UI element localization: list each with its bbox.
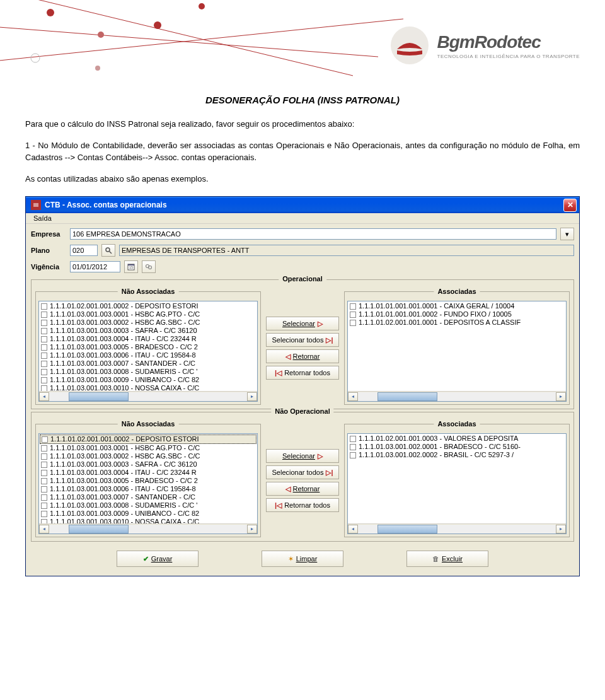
nop-assoc-listbox[interactable]: 1.1.1.01.02.001.001.0003 - VALORES A DEP…	[347, 433, 567, 534]
list-item[interactable]: 1.1.1.01.02.001.001.0002 - DEPOSITO ESTO…	[40, 435, 256, 444]
list-item-text: 1.1.1.01.03.001.003.0002 - HSBC AG.SBC -…	[50, 318, 200, 327]
nop-transfer-buttons: Selecionar ▷ Selecionar todos ▷| ◁ Retor…	[265, 424, 340, 537]
vigencia-calendar-button[interactable]: 15	[124, 260, 138, 273]
op-assoc-listbox[interactable]: 1.1.1.01.01.001.001.0001 - CAIXA GERAL /…	[347, 301, 567, 402]
plano-code-input[interactable]	[70, 245, 98, 256]
list-item[interactable]: 1.1.1.01.03.001.003.0001 - HSBC AG.PTO -…	[40, 444, 256, 452]
nop-nao-associadas-panel: Não Associadas 1.1.1.01.02.001.001.0002 …	[35, 424, 261, 537]
hscrollbar[interactable]: ◂▸	[348, 391, 566, 401]
excluir-button[interactable]: 🗑Excluir	[406, 551, 488, 567]
list-item-text: 1.1.1.01.03.001.003.0009 - UNIBANCO - C/…	[50, 376, 199, 384]
plano-search-button[interactable]	[101, 244, 115, 257]
checkbox-icon[interactable]	[41, 519, 47, 524]
checkbox-icon[interactable]	[41, 445, 47, 452]
limpar-button[interactable]: ✶Limpar	[262, 551, 343, 567]
op-retornar-button[interactable]: ◁ Retornar	[266, 349, 339, 363]
list-item[interactable]: 1.1.1.01.03.001.002.0001 - BRADESCO - C/…	[349, 443, 565, 451]
list-item[interactable]: 1.1.1.01.03.001.003.0008 - SUDAMERIS - C…	[40, 368, 256, 376]
checkbox-icon[interactable]	[350, 320, 356, 326]
nop-retornar-button[interactable]: ◁ Retornar	[266, 482, 339, 496]
list-item-text: 1.1.1.01.03.001.003.0006 - ITAU - C/C 19…	[50, 351, 196, 359]
checkbox-icon[interactable]	[41, 312, 47, 318]
list-item[interactable]: 1.1.1.01.03.001.003.0006 - ITAU - C/C 19…	[40, 485, 256, 493]
checkbox-icon[interactable]	[41, 377, 47, 383]
check-icon: ✔	[143, 555, 149, 563]
op-nao-associadas-panel: Não Associadas 1.1.1.01.02.001.001.0002 …	[35, 291, 261, 405]
checkbox-icon[interactable]	[41, 336, 47, 342]
hscrollbar[interactable]: ◂▸	[39, 523, 257, 534]
nop-nao-listbox[interactable]: 1.1.1.01.02.001.001.0002 - DEPOSITO ESTO…	[38, 433, 258, 534]
checkbox-icon[interactable]	[350, 303, 356, 310]
checkbox-icon[interactable]	[41, 486, 47, 493]
checkbox-icon[interactable]	[350, 452, 356, 458]
op-selecionar-todos-button[interactable]: Selecionar todos ▷|	[266, 333, 339, 347]
checkbox-icon[interactable]	[41, 361, 47, 367]
list-item[interactable]: 1.1.1.01.03.001.003.0008 - SUDAMERIS - C…	[40, 501, 256, 510]
checkbox-icon[interactable]	[41, 478, 47, 484]
list-item[interactable]: 1.1.1.01.03.001.003.0007 - SANTANDER - C…	[40, 493, 256, 501]
list-item[interactable]: 1.1.1.01.01.001.001.0001 - CAIXA GERAL /…	[349, 302, 565, 310]
list-item[interactable]: 1.1.1.01.03.001.003.0010 - NOSSA CAIXA -…	[40, 518, 256, 523]
gravar-button[interactable]: ✔Gravar	[117, 551, 199, 567]
empresa-dropdown-button[interactable]: ▾	[560, 228, 574, 240]
close-button[interactable]: ✕	[563, 199, 577, 212]
list-item[interactable]: 1.1.1.01.03.001.003.0007 - SANTANDER - C…	[40, 359, 256, 368]
list-item[interactable]: 1.1.1.01.03.001.003.0010 - NOSSA CAIXA -…	[40, 384, 256, 391]
checkbox-icon[interactable]	[41, 511, 47, 517]
checkbox-icon[interactable]	[350, 312, 356, 318]
list-item[interactable]: 1.1.1.01.03.001.002.0002 - BRASIL - C/C …	[349, 451, 565, 459]
list-item[interactable]: 1.1.1.01.02.001.001.0002 - DEPOSITO ESTO…	[40, 302, 256, 310]
checkbox-icon[interactable]	[350, 436, 356, 442]
vigencia-input[interactable]	[70, 261, 120, 272]
checkbox-icon[interactable]	[41, 328, 47, 334]
empresa-input[interactable]	[70, 228, 556, 240]
list-item[interactable]: 1.1.1.01.03.001.003.0002 - HSBC AG.SBC -…	[40, 318, 256, 327]
checkbox-icon[interactable]	[41, 470, 47, 476]
list-item-text: 1.1.1.01.03.001.003.0005 - BRADESCO - C/…	[50, 343, 198, 351]
checkbox-icon[interactable]	[41, 453, 47, 460]
list-item[interactable]: 1.1.1.01.03.001.003.0004 - ITAU - C/C 23…	[40, 469, 256, 477]
menu-saida[interactable]: Saída	[30, 213, 55, 223]
checkbox-icon[interactable]	[41, 353, 47, 359]
list-item-text: 1.1.1.01.03.001.003.0001 - HSBC AG.PTO -…	[50, 444, 200, 452]
list-item[interactable]: 1.1.1.01.03.001.003.0002 - HSBC AG.SBC -…	[40, 452, 256, 460]
list-item[interactable]: 1.1.1.01.02.001.001.0001 - DEPOSITOS A C…	[349, 318, 565, 327]
titlebar[interactable]: CTB - Assoc. contas operacionais ✕	[26, 197, 579, 213]
list-item[interactable]: 1.1.1.01.01.001.001.0002 - FUNDO FIXO / …	[349, 310, 565, 318]
op-selecionar-button[interactable]: Selecionar ▷	[266, 317, 339, 330]
list-item[interactable]: 1.1.1.01.03.001.003.0009 - UNIBANCO - C/…	[40, 376, 256, 384]
list-item[interactable]: 1.1.1.01.03.001.003.0009 - UNIBANCO - C/…	[40, 510, 256, 518]
op-retornar-todos-button[interactable]: |◁ Retornar todos	[266, 366, 339, 380]
nop-assoc-label: Associadas	[434, 420, 480, 428]
op-transfer-buttons: Selecionar ▷ Selecionar todos ▷| ◁ Retor…	[265, 291, 340, 405]
nop-retornar-todos-button[interactable]: |◁ Retornar todos	[266, 498, 339, 512]
list-item-text: 1.1.1.01.03.001.003.0002 - HSBC AG.SBC -…	[50, 452, 200, 460]
list-item[interactable]: 1.1.1.01.03.001.003.0003 - SAFRA - C/C 3…	[40, 460, 256, 469]
list-item[interactable]: 1.1.1.01.03.001.003.0004 - ITAU - C/C 23…	[40, 335, 256, 343]
list-item[interactable]: 1.1.1.01.03.001.003.0001 - HSBC AG.PTO -…	[40, 310, 256, 318]
nop-selecionar-todos-button[interactable]: Selecionar todos ▷|	[266, 465, 339, 479]
op-nao-listbox[interactable]: 1.1.1.01.02.001.001.0002 - DEPOSITO ESTO…	[38, 301, 258, 402]
checkbox-icon[interactable]	[42, 436, 48, 443]
logo-block: BgmRodotec TECNOLOGIA E INTELIGÊNCIA PAR…	[389, 25, 580, 66]
checkbox-icon[interactable]	[350, 444, 356, 450]
doc-p1: Para que o cálculo do INSS Patronal seja…	[25, 118, 580, 131]
checkbox-icon[interactable]	[41, 369, 47, 375]
checkbox-icon[interactable]	[41, 494, 47, 501]
svg-line-12	[110, 252, 112, 254]
list-item[interactable]: 1.1.1.01.02.001.001.0003 - VALORES A DEP…	[349, 435, 565, 443]
hscrollbar[interactable]: ◂▸	[39, 391, 257, 401]
checkbox-icon[interactable]	[41, 462, 47, 468]
hscrollbar[interactable]: ◂▸	[348, 523, 566, 534]
vigencia-search-button[interactable]	[142, 260, 156, 273]
checkbox-icon[interactable]	[41, 503, 47, 509]
checkbox-icon[interactable]	[41, 320, 47, 326]
list-item[interactable]: 1.1.1.01.03.001.003.0005 - BRADESCO - C/…	[40, 343, 256, 351]
nop-selecionar-button[interactable]: Selecionar ▷	[266, 449, 339, 463]
checkbox-icon[interactable]	[41, 344, 47, 351]
list-item[interactable]: 1.1.1.01.03.001.003.0005 - BRADESCO - C/…	[40, 477, 256, 485]
list-item[interactable]: 1.1.1.01.03.001.003.0003 - SAFRA - C/C 3…	[40, 327, 256, 335]
checkbox-icon[interactable]	[41, 303, 47, 310]
checkbox-icon[interactable]	[41, 385, 47, 392]
list-item[interactable]: 1.1.1.01.03.001.003.0006 - ITAU - C/C 19…	[40, 351, 256, 359]
